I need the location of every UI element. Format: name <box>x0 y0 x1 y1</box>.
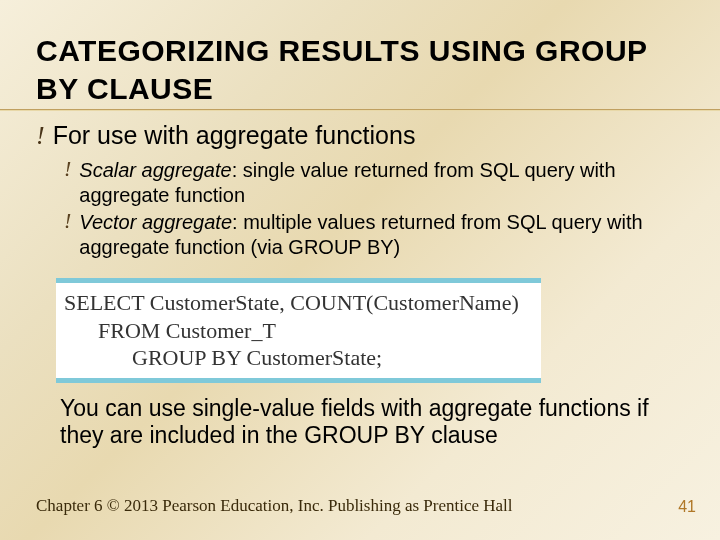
code-example: SELECT CustomerState, COUNT(CustomerName… <box>56 278 684 383</box>
note-text: You can use single-value fields with agg… <box>60 395 684 450</box>
code-line-3: GROUP BY CustomerState; <box>64 344 519 372</box>
sub-bullet-item: ! Scalar aggregate: single value returne… <box>64 158 684 208</box>
sub-bullet-list: ! Scalar aggregate: single value returne… <box>64 158 684 260</box>
sub-bullet-text: Vector aggregate: multiple values return… <box>79 210 684 260</box>
slide: CATEGORIZING RESULTS USING GROUP BY CLAU… <box>0 0 720 540</box>
slide-title: CATEGORIZING RESULTS USING GROUP BY CLAU… <box>36 32 684 107</box>
sql-code-box: SELECT CustomerState, COUNT(CustomerName… <box>56 278 541 383</box>
sub-bullet-text: Scalar aggregate: single value returned … <box>79 158 684 208</box>
bullet-level1: ! For use with aggregate functions <box>36 121 684 150</box>
title-underline <box>0 109 720 111</box>
bullet-level1-text: For use with aggregate functions <box>53 121 416 150</box>
term: Vector aggregate <box>79 211 232 233</box>
sub-bullet-item: ! Vector aggregate: multiple values retu… <box>64 210 684 260</box>
bullet-icon: ! <box>64 158 71 180</box>
code-line-2: FROM Customer_T <box>64 317 519 345</box>
bullet-icon: ! <box>36 123 45 149</box>
term: Scalar aggregate <box>79 159 231 181</box>
page-number: 41 <box>678 498 696 516</box>
footer-text: Chapter 6 © 2013 Pearson Education, Inc.… <box>36 496 513 516</box>
bullet-icon: ! <box>64 210 71 232</box>
code-line-1: SELECT CustomerState, COUNT(CustomerName… <box>64 290 519 315</box>
